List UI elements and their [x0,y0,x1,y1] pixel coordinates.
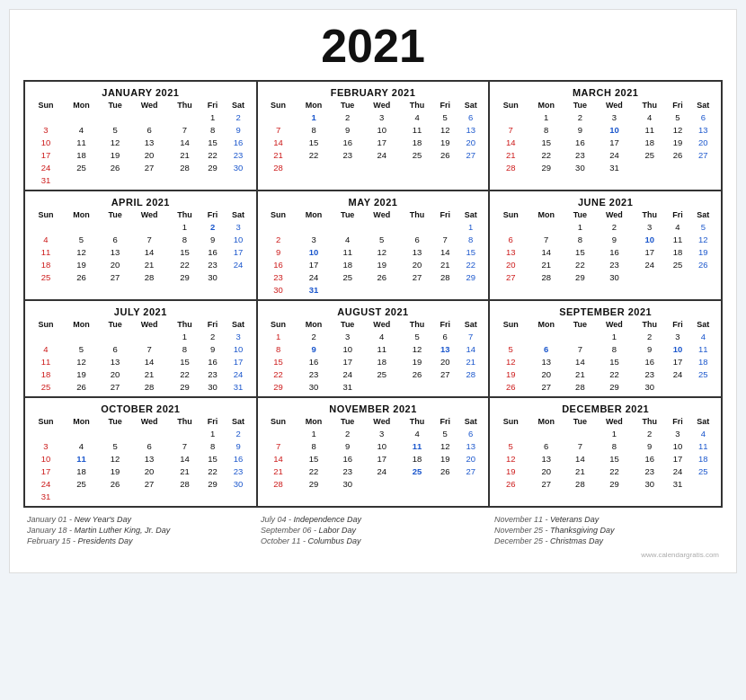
cal-day: 1 [595,330,633,342]
cal-day: 13 [689,123,717,136]
cal-table-8: SunMonTueWedThuFriSat1234567891011121314… [493,319,717,393]
day-header-Sat: Sat [457,100,484,111]
day-header-Wed: Wed [363,416,401,427]
cal-day: 7 [457,330,484,342]
cal-day: 10 [224,233,252,245]
cal-day: 11 [63,136,100,148]
cal-day [130,330,168,342]
cal-day [363,380,401,393]
cal-day: 12 [433,439,457,452]
day-header-Tue: Tue [100,416,130,427]
cal-day [689,270,717,283]
cal-day [100,173,130,186]
cal-day: 18 [29,258,63,270]
cal-day: 2 [333,111,363,123]
cal-day: 13 [528,355,564,368]
cal-day: 9 [224,123,252,136]
cal-day: 5 [401,330,434,342]
cal-day [401,283,434,296]
cal-day: 15 [595,452,633,465]
cal-day: 7 [130,233,168,245]
month-block-6: JULY 2021SunMonTueWedThuFriSat1234567891… [25,301,258,398]
cal-day: 27 [100,270,130,283]
cal-day [457,380,484,393]
day-header-Mon: Mon [528,319,564,330]
cal-day: 24 [224,368,252,380]
cal-day: 23 [201,258,225,270]
day-header-Sat: Sat [224,100,252,111]
cal-day: 3 [224,330,252,342]
cal-day: 15 [457,245,484,258]
cal-day: 26 [100,477,130,490]
cal-day [168,173,201,186]
cal-day: 1 [528,111,564,123]
cal-day: 5 [493,439,528,452]
day-header-Tue: Tue [333,319,363,330]
cal-day: 23 [333,465,363,477]
cal-table-9: SunMonTueWedThuFriSat1234567891011121314… [29,416,253,502]
holiday-item-7: October 11 - Columbus Day [261,536,485,545]
cal-table-2: SunMonTueWedThuFriSat1234567891011121314… [493,100,717,173]
cal-day: 5 [689,220,717,233]
cal-day: 30 [595,270,633,283]
cal-day: 12 [493,355,528,368]
cal-day: 26 [100,161,130,173]
day-header-Mon: Mon [528,416,564,427]
day-header-Tue: Tue [564,100,595,111]
cal-day: 3 [295,233,332,245]
cal-day: 16 [633,355,666,368]
cal-day [100,220,130,233]
cal-day: 25 [363,368,401,380]
cal-day: 23 [224,465,252,477]
cal-day: 24 [224,258,252,270]
cal-day: 12 [363,245,401,258]
day-header-Mon: Mon [295,100,332,111]
cal-day: 9 [224,439,252,452]
cal-day [63,427,100,439]
cal-day: 23 [564,148,595,161]
month-block-8: SEPTEMBER 2021SunMonTueWedThuFriSat12345… [490,301,723,398]
cal-day: 20 [130,148,168,161]
cal-day: 14 [130,355,168,368]
cal-day: 26 [433,465,457,477]
day-header-Sat: Sat [224,319,252,330]
cal-day [689,477,717,490]
cal-day: 30 [201,270,225,283]
cal-day: 10 [666,439,689,452]
cal-day [29,220,63,233]
cal-day: 28 [262,161,296,173]
cal-table-4: SunMonTueWedThuFriSat1234567891011121314… [262,209,485,296]
cal-day: 7 [168,123,201,136]
cal-day: 2 [262,233,296,245]
cal-day [63,490,100,502]
cal-day: 31 [29,490,63,502]
month-title-6: JULY 2021 [29,304,253,319]
cal-day: 29 [168,380,201,393]
cal-day: 1 [295,427,332,439]
day-header-Fri: Fri [666,100,689,111]
cal-day: 9 [333,123,363,136]
cal-day [29,330,63,342]
month-block-2: MARCH 2021SunMonTueWedThuFriSat123456789… [490,82,723,191]
day-header-Tue: Tue [100,100,130,111]
cal-day: 26 [666,148,689,161]
cal-day: 4 [689,330,717,342]
cal-day: 19 [63,258,100,270]
cal-day: 30 [295,380,332,393]
cal-day: 25 [401,148,434,161]
cal-day: 16 [224,136,252,148]
cal-day: 13 [130,452,168,465]
month-title-8: SEPTEMBER 2021 [493,304,717,319]
cal-day: 24 [666,465,689,477]
cal-day: 11 [633,123,666,136]
cal-day: 5 [433,111,457,123]
cal-day: 20 [401,258,434,270]
cal-day: 4 [333,233,363,245]
cal-day: 15 [262,355,296,368]
cal-day: 2 [333,427,363,439]
cal-day: 2 [201,220,225,233]
cal-day: 18 [63,465,100,477]
cal-day: 6 [689,111,717,123]
cal-table-7: SunMonTueWedThuFriSat1234567891011121314… [262,319,485,393]
day-header-Sat: Sat [457,209,484,220]
